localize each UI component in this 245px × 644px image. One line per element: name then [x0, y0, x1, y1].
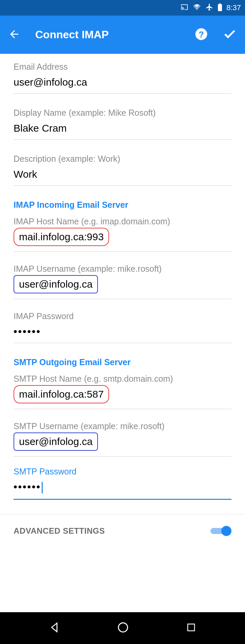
- imap-section-heading: IMAP Incoming Email Server: [0, 200, 245, 210]
- email-input[interactable]: user@infolog.ca: [14, 76, 231, 94]
- wifi-icon: [192, 3, 201, 12]
- imap-host-highlight: mail.infolog.ca:993: [14, 228, 109, 246]
- airplane-icon: [205, 3, 213, 13]
- smtp-pass-input[interactable]: ••••••: [14, 481, 231, 500]
- app-bar: Connect IMAP ?: [0, 16, 245, 54]
- imap-user-field-group: IMAP Username (example: mike.rosoft) use…: [0, 264, 245, 299]
- display-name-field-group: Display Name (example: Mike Rosoft) Blak…: [0, 108, 245, 140]
- imap-pass-label: IMAP Password: [14, 311, 231, 321]
- text-cursor: [42, 482, 43, 493]
- smtp-host-field-group: SMTP Host Name (e.g. smtp.domain.com) ma…: [0, 374, 245, 409]
- description-label: Description (example: Work): [14, 154, 231, 164]
- svg-text:?: ?: [199, 29, 204, 39]
- imap-host-field-group: IMAP Host Name (e.g. imap.domain.com) ma…: [0, 217, 245, 252]
- smtp-pass-field-group: SMTP Password ••••••: [0, 467, 245, 500]
- svg-rect-3: [188, 624, 195, 631]
- smtp-host-input[interactable]: mail.infolog.ca:587: [19, 388, 104, 400]
- status-time: 8:37: [226, 3, 241, 12]
- advanced-settings-label: ADVANCED SETTINGS: [14, 526, 105, 536]
- nav-home-button[interactable]: [117, 621, 129, 635]
- help-button[interactable]: ?: [195, 28, 208, 42]
- smtp-user-field-group: SMTP Username (example: mike.rosoft) use…: [0, 421, 245, 457]
- description-field-group: Description (example: Work) Work: [0, 154, 245, 186]
- smtp-host-label: SMTP Host Name (e.g. smtp.domain.com): [14, 374, 231, 384]
- system-nav-bar: [0, 612, 245, 644]
- imap-user-highlight: user@infolog.ca: [14, 275, 98, 293]
- smtp-user-input[interactable]: user@infolog.ca: [19, 436, 93, 447]
- battery-icon: [218, 3, 222, 13]
- cast-icon: [180, 3, 188, 12]
- smtp-section-heading: SMTP Outgoing Email Server: [0, 357, 245, 367]
- imap-user-input[interactable]: user@infolog.ca: [19, 279, 93, 290]
- advanced-settings-row[interactable]: ADVANCED SETTINGS: [0, 514, 245, 550]
- toggle-thumb: [221, 526, 231, 536]
- smtp-user-highlight: user@infolog.ca: [14, 432, 98, 451]
- confirm-button[interactable]: [223, 27, 237, 43]
- smtp-user-label: SMTP Username (example: mike.rosoft): [14, 421, 231, 431]
- nav-recent-button[interactable]: [186, 622, 196, 634]
- imap-user-label: IMAP Username (example: mike.rosoft): [14, 264, 231, 274]
- email-label: Email Address: [14, 62, 231, 72]
- nav-back-button[interactable]: [49, 622, 60, 635]
- svg-point-2: [119, 623, 128, 632]
- smtp-host-highlight: mail.infolog.ca:587: [14, 385, 109, 403]
- imap-pass-input[interactable]: ••••••: [14, 326, 231, 343]
- display-name-label: Display Name (example: Mike Rosoft): [14, 108, 231, 118]
- status-bar: 8:37: [0, 0, 245, 16]
- imap-host-input[interactable]: mail.infolog.ca:993: [19, 231, 104, 242]
- imap-pass-field-group: IMAP Password ••••••: [0, 311, 245, 343]
- imap-host-label: IMAP Host Name (e.g. imap.domain.com): [14, 217, 231, 226]
- advanced-settings-toggle[interactable]: [210, 526, 231, 536]
- page-title: Connect IMAP: [20, 28, 180, 41]
- form-content: Email Address user@infolog.ca Display Na…: [0, 54, 245, 550]
- display-name-input[interactable]: Blake Cram: [14, 123, 231, 140]
- description-input[interactable]: Work: [14, 169, 231, 186]
- smtp-pass-label: SMTP Password: [14, 467, 231, 476]
- back-button[interactable]: [8, 28, 20, 42]
- email-field-group: Email Address user@infolog.ca: [0, 62, 245, 94]
- smtp-pass-value: ••••••: [14, 481, 41, 492]
